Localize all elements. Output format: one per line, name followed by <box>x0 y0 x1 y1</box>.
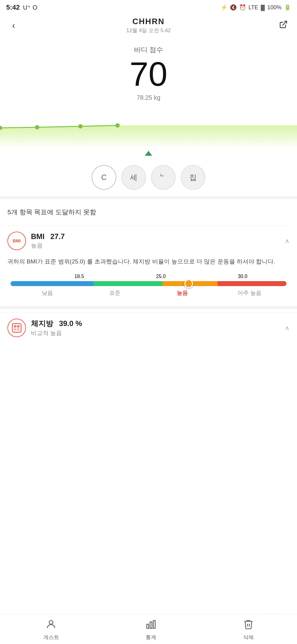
nav-stats-label: 통계 <box>146 634 156 641</box>
bodyfat-info: 체지방 39.0 % 비교적 높음 <box>31 319 82 337</box>
circle-c[interactable]: C <box>92 165 116 190</box>
bmi-description: 귀하의 BMI가 표준 범위(25.0) 를 초과했습니다. 체지방 비율이 높… <box>7 252 290 274</box>
triangle-indicator <box>144 150 153 156</box>
battery-level: 100% <box>267 4 282 11</box>
status-time-carrier: 5:42 U⁺ O <box>6 3 37 11</box>
chart-area <box>0 109 297 146</box>
svg-marker-5 <box>145 151 152 156</box>
bodyfat-svg-icon <box>11 323 22 333</box>
score-value: 70 <box>6 57 291 91</box>
circle-se[interactable]: 세 <box>121 165 146 190</box>
svg-rect-8 <box>17 325 19 328</box>
bodyfat-status: 비교적 높음 <box>31 329 82 337</box>
bmi-tick-3: 30.0 <box>202 274 283 279</box>
bmi-label-high: 높음 <box>148 289 216 297</box>
score-section: 바디 점수 70 78.25 kg <box>0 37 297 109</box>
bodyfat-section: 체지방 39.0 % 비교적 높음 ∧ <box>0 312 297 343</box>
bmi-labels: 낮음 표준 높음 아주 높음 <box>11 286 286 297</box>
status-time: 5:42 <box>6 3 20 11</box>
status-carrier: U⁺ O <box>23 4 37 11</box>
bluetooth-icon: ⚡ <box>221 4 227 11</box>
nav-guest-label: 게스트 <box>43 634 59 641</box>
svg-rect-12 <box>147 624 148 629</box>
svg-rect-9 <box>14 328 16 331</box>
bmi-ticks: 18.5 25.0 30.0 <box>11 274 286 279</box>
bmi-slider: 18.5 25.0 30.0 낮음 표준 높음 아주 높음 <box>7 274 290 300</box>
status-bar: 5:42 U⁺ O ⚡ 🔇 ⏰ LTE ▓ 100% 🔋 <box>0 0 297 14</box>
svg-rect-13 <box>150 622 152 629</box>
svg-rect-14 <box>153 620 155 629</box>
indicator-section: C 세 ᄂ 집 <box>0 146 297 196</box>
header-subtitle: 12월 4일 오전 5:42 <box>20 27 277 34</box>
circle-row: C 세 ᄂ 집 <box>0 165 297 190</box>
bodyfat-chevron-icon: ∧ <box>285 324 290 332</box>
svg-point-3 <box>78 124 83 128</box>
bmi-card: BMI BMI 27.7 높음 ∧ 귀하의 BMI가 표준 범위(25.0) 를… <box>0 226 297 306</box>
app-header: ‹ CHHRN 12월 4일 오전 5:42 <box>0 14 297 37</box>
bodyfat-divider <box>0 306 297 309</box>
network-icon: LTE <box>248 4 258 11</box>
stats-icon <box>145 619 157 632</box>
svg-rect-10 <box>17 328 19 331</box>
bmi-icon: BMI <box>7 232 26 250</box>
share-button[interactable] <box>277 20 290 31</box>
bmi-header[interactable]: BMI BMI 27.7 높음 ∧ <box>7 226 290 252</box>
alarm-icon: ⏰ <box>239 4 246 11</box>
bottom-navigation: 게스트 통계 삭제 <box>0 614 297 644</box>
bmi-name-value: BMI 27.7 <box>31 232 65 241</box>
bmi-chevron-icon: ∧ <box>285 237 290 245</box>
circle-na[interactable]: ᄂ <box>151 165 176 190</box>
status-icons: ⚡ 🔇 ⏰ LTE ▓ 100% 🔋 <box>221 4 291 11</box>
svg-rect-6 <box>12 324 21 332</box>
bmi-info: BMI 27.7 높음 <box>31 232 65 250</box>
bmi-tick-1: 18.5 <box>14 274 120 279</box>
bmi-label-low: 낮음 <box>14 289 81 297</box>
bmi-left: BMI BMI 27.7 높음 <box>7 232 65 250</box>
nav-stats[interactable]: 통계 <box>145 619 157 641</box>
svg-line-0 <box>283 21 287 25</box>
nav-guest[interactable]: 게스트 <box>43 619 59 641</box>
signal-icon: ▓ <box>261 4 265 11</box>
score-label: 바디 점수 <box>6 45 291 54</box>
score-weight: 78.25 kg <box>6 94 291 101</box>
battery-icon: 🔋 <box>284 4 291 11</box>
svg-point-11 <box>49 620 53 624</box>
guest-icon <box>45 619 57 632</box>
svg-point-2 <box>35 125 39 129</box>
svg-rect-7 <box>14 325 16 328</box>
bodyfat-left: 체지방 39.0 % 비교적 높음 <box>7 319 82 337</box>
circle-jip[interactable]: 집 <box>181 165 205 190</box>
section-divider <box>0 196 297 199</box>
nav-delete[interactable]: 삭제 <box>243 619 254 641</box>
sound-icon: 🔇 <box>230 4 237 11</box>
header-center: CHHRN 12월 4일 오전 5:42 <box>20 17 277 34</box>
bodyfat-header[interactable]: 체지방 39.0 % 비교적 높음 ∧ <box>7 319 290 337</box>
delete-icon <box>243 619 254 632</box>
bmi-track <box>11 281 286 286</box>
bmi-thumb <box>184 279 193 288</box>
bmi-tick-2: 25.0 <box>120 274 202 279</box>
svg-point-4 <box>115 123 120 128</box>
nav-delete-label: 삭제 <box>243 634 254 641</box>
bmi-status: 높음 <box>31 242 65 250</box>
bmi-label-very-high: 아주 높음 <box>216 289 283 297</box>
bmi-label-normal: 표준 <box>81 289 148 297</box>
goal-section: 5개 항목 목표에 도달하지 못함 <box>0 199 297 226</box>
goal-title: 5개 항목 목표에 도달하지 못함 <box>7 208 290 216</box>
bodyfat-icon <box>7 319 26 337</box>
header-title: CHHRN <box>20 17 277 26</box>
bodyfat-name-value: 체지방 39.0 % <box>31 319 82 329</box>
back-button[interactable]: ‹ <box>7 20 20 31</box>
